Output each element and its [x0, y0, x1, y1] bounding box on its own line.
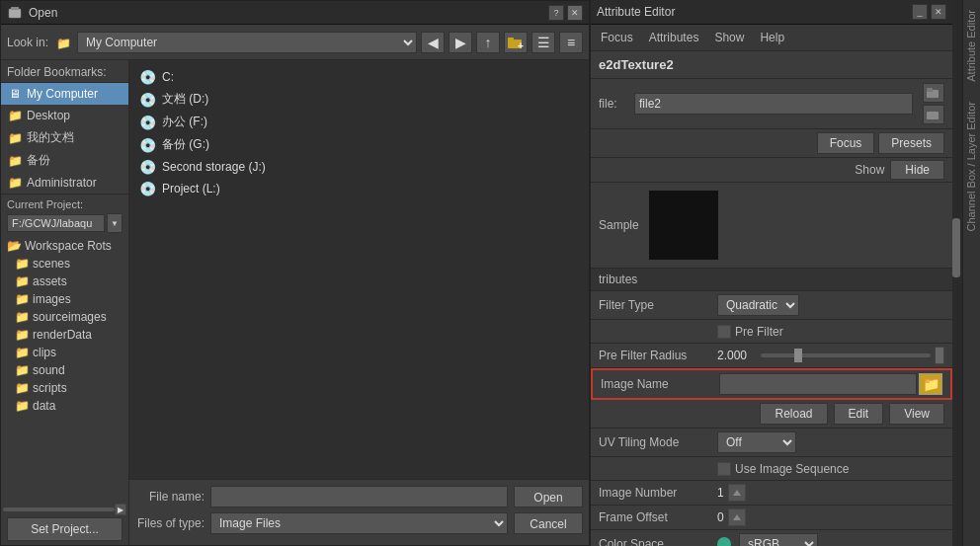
color-space-select[interactable]: sRGB — [739, 533, 818, 546]
focus-button[interactable]: Focus — [817, 132, 875, 154]
tree-item-workspace[interactable]: 📂 Workspace Rots — [1, 237, 128, 255]
folder-icon: 📁 — [15, 274, 29, 288]
up-button[interactable]: ↑ — [476, 32, 500, 53]
file-name-input[interactable] — [210, 486, 508, 507]
svg-marker-8 — [733, 490, 741, 496]
forward-button[interactable]: ▶ — [449, 32, 472, 53]
image-number-row: Image Number 1 — [591, 481, 952, 506]
uv-tiling-row: UV Tiling Mode Off — [591, 429, 952, 457]
image-name-input[interactable] — [719, 373, 917, 395]
filter-type-label: Filter Type — [599, 298, 717, 312]
folder-icon: 📁 — [15, 257, 29, 271]
new-folder-button[interactable]: + — [504, 32, 528, 53]
tree-item-clips[interactable]: 📁 clips — [1, 344, 128, 361]
files-of-type-row: Files of type: Image Files Cancel — [135, 512, 583, 534]
filter-type-select[interactable]: Quadratic — [717, 294, 799, 316]
uv-tiling-select[interactable]: Off — [717, 431, 796, 453]
detail-view-button[interactable]: ≡ — [559, 32, 583, 53]
nav-attributes[interactable]: Attributes — [645, 29, 703, 46]
open-button[interactable]: Open — [514, 486, 583, 507]
presets-button[interactable]: Presets — [878, 132, 944, 154]
svg-text:+: + — [518, 40, 524, 49]
bookmark-desktop[interactable]: 📁 Desktop — [1, 105, 128, 126]
bookmark-my-computer[interactable]: 🖥 My Computer — [1, 83, 128, 105]
file-name-label: File name: — [135, 490, 204, 504]
scrollbar-thumb[interactable] — [952, 218, 960, 277]
tree-item-assets[interactable]: 📁 assets — [1, 273, 128, 290]
view-button[interactable]: View — [889, 403, 944, 425]
bookmark-administrator[interactable]: 📁 Administrator — [1, 172, 128, 194]
pre-filter-slider[interactable] — [761, 353, 931, 357]
file-type-select[interactable]: Image Files — [210, 512, 508, 534]
bookmark-backup[interactable]: 📁 备份 — [1, 149, 128, 172]
color-space-value: sRGB — [717, 533, 944, 546]
folder-icon: 📁 — [15, 292, 29, 306]
file-input[interactable] — [634, 93, 913, 115]
attr-nav: Focus Attributes Show Help — [591, 25, 952, 51]
set-project-button[interactable]: Set Project... — [7, 517, 122, 541]
scroll-right-btn[interactable]: ▶ — [115, 504, 126, 515]
image-name-row: Image Name 📁 — [591, 368, 952, 400]
frame-offset-value: 0 — [717, 508, 944, 526]
files-of-type-label: Files of type: — [135, 516, 204, 530]
cancel-button[interactable]: Cancel — [514, 512, 583, 534]
reload-button[interactable]: Reload — [760, 403, 827, 425]
attr-editor-title: Attribute Editor — [597, 5, 675, 19]
pre-filter-checkbox[interactable] — [717, 325, 731, 339]
nav-show[interactable]: Show — [710, 29, 748, 46]
tree-item-data[interactable]: 📁 data — [1, 397, 128, 415]
dialog-toolbar: Look in: My Computer ◀ ▶ ↑ + ☰ ≡ — [1, 25, 589, 60]
tree-item-renderdata[interactable]: 📁 renderData — [1, 326, 128, 344]
drive-g[interactable]: 💿 备份 (G:) — [135, 133, 583, 156]
attr-close-button[interactable]: ✕ — [931, 4, 946, 20]
side-label-channel-box[interactable]: Channel Box / Layer Editor — [963, 92, 980, 241]
nav-help[interactable]: Help — [756, 29, 788, 46]
svg-rect-1 — [11, 7, 19, 10]
color-space-label: Color Space — [599, 537, 717, 546]
computer-icon: 🖥 — [7, 86, 23, 102]
folder-icon: 📁 — [15, 310, 29, 324]
tree-item-scripts[interactable]: 📁 scripts — [1, 379, 128, 397]
pre-filter-radius-label: Pre Filter Radius — [599, 349, 717, 362]
tree-item-images[interactable]: 📁 images — [1, 290, 128, 308]
drive-j[interactable]: 💿 Second storage (J:) — [135, 156, 583, 178]
color-space-row: Color Space sRGB — [591, 530, 952, 546]
hide-button[interactable]: Hide — [890, 160, 944, 180]
bookmark-label: Desktop — [27, 109, 70, 122]
drive-l[interactable]: 💿 Project (L:) — [135, 178, 583, 199]
tree-item-sourceimages[interactable]: 📁 sourceimages — [1, 308, 128, 326]
look-in-select[interactable]: My Computer — [77, 32, 417, 53]
side-labels: Attribute Editor Channel Box / Layer Edi… — [962, 0, 980, 546]
frame-offset-spinner[interactable] — [728, 508, 746, 526]
back-button[interactable]: ◀ — [421, 32, 445, 53]
attr-minimize-button[interactable]: _ — [912, 4, 928, 20]
drive-c[interactable]: 💿 C: — [135, 66, 583, 88]
nav-focus[interactable]: Focus — [597, 29, 637, 46]
file-browse-button-top[interactable] — [923, 83, 944, 103]
svg-rect-3 — [508, 38, 514, 41]
dialog-close-button[interactable]: ✕ — [567, 5, 583, 21]
pre-filter-radius-value: 2.000 — [717, 347, 944, 364]
pre-filter-slider-end[interactable] — [935, 347, 944, 364]
pre-filter-radius-num: 2.000 — [717, 349, 757, 362]
side-label-attribute-editor[interactable]: Attribute Editor — [963, 0, 980, 92]
dialog-help-button[interactable]: ? — [548, 5, 564, 21]
use-image-sequence-checkbox[interactable] — [717, 462, 731, 476]
attr-file-row: file: — [591, 79, 952, 129]
filter-type-value: Quadratic — [717, 294, 944, 316]
list-view-button[interactable]: ☰ — [531, 32, 555, 53]
bookmark-documents[interactable]: 📁 我的文档 — [1, 126, 128, 149]
image-number-spinner[interactable] — [728, 484, 746, 502]
drive-d[interactable]: 💿 文档 (D:) — [135, 88, 583, 111]
edit-button[interactable]: Edit — [834, 403, 884, 425]
vertical-scrollbar[interactable] — [952, 0, 962, 546]
use-image-sequence-text: Use Image Sequence — [735, 462, 849, 476]
file-browse-button-bottom[interactable] — [923, 105, 944, 124]
project-path-dropdown[interactable]: ▼ — [107, 213, 122, 233]
tree-item-scenes[interactable]: 📁 scenes — [1, 255, 128, 273]
image-name-browse-button[interactable]: 📁 — [919, 373, 942, 395]
look-in-label: Look in: — [7, 36, 48, 49]
drive-f[interactable]: 💿 办公 (F:) — [135, 111, 583, 133]
folder-icon: 📁 — [15, 381, 29, 395]
tree-item-sound[interactable]: 📁 sound — [1, 361, 128, 379]
